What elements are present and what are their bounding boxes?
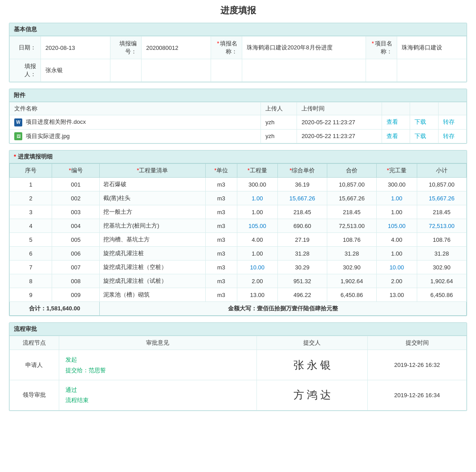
approval-actions: 通过流程结束 bbox=[59, 380, 256, 410]
date-label: 日期： bbox=[10, 37, 41, 59]
cell-completed: 1.00 bbox=[377, 247, 417, 260]
cell-name: 岩石爆破 bbox=[99, 178, 205, 191]
cell-name: 挖一般土方 bbox=[99, 205, 205, 219]
cell-code: 004 bbox=[52, 219, 100, 233]
cell-completed: 10.00 bbox=[377, 260, 417, 274]
approval-col-submitter: 提交人 bbox=[256, 336, 368, 350]
approval-action-link[interactable]: 发起 bbox=[65, 354, 250, 365]
cell-unitPrice: 30.29 bbox=[277, 260, 327, 274]
cell-seq: 4 bbox=[10, 219, 52, 233]
attachments-header: 附件 bbox=[9, 89, 467, 102]
attach-save-2[interactable]: 转存 bbox=[443, 133, 455, 139]
cell-subtotal: 302.90 bbox=[417, 260, 466, 274]
cell-seq: 9 bbox=[10, 288, 52, 302]
approval-actions: 发起提交给：范思誓 bbox=[59, 350, 256, 380]
cell-completed: 105.00 bbox=[377, 219, 417, 233]
cell-seq: 3 bbox=[10, 205, 52, 219]
attach-file-1: W 项目进度相关附件.docx bbox=[10, 115, 261, 130]
cell-qty: 10.00 bbox=[237, 260, 277, 274]
approval-action-link[interactable]: 通过 bbox=[65, 385, 250, 395]
cell-qty: 4.00 bbox=[237, 233, 277, 247]
approval-node: 申请人 bbox=[10, 350, 59, 380]
approval-action-link[interactable]: 流程结束 bbox=[65, 395, 250, 405]
image-icon: 🖼 bbox=[14, 132, 22, 140]
cell-completed: 13.00 bbox=[377, 288, 417, 302]
attach-col-view bbox=[382, 102, 410, 115]
cell-code: 008 bbox=[52, 274, 100, 288]
approval-row: 申请人发起提交给：范思誓张 永 银2019-12-26 16:32 bbox=[10, 350, 467, 380]
attach-row-1: W 项目进度相关附件.docx yzh 2020-05-22 11:23:27 … bbox=[10, 115, 467, 130]
approval-section: 流程审批 流程节点 审批意见 提交人 提交时间 申请人发起提交给：范思誓张 永 … bbox=[9, 322, 467, 411]
col-unit: *单位 bbox=[205, 164, 237, 178]
attach-download-1[interactable]: 下载 bbox=[415, 118, 426, 125]
cell-total: 10,857.00 bbox=[327, 178, 376, 191]
basic-info-table: 日期： 2020-08-13 填报编号： 2020080012 *填报名称： 珠… bbox=[9, 36, 467, 82]
cell-seq: 1 bbox=[10, 178, 52, 191]
attach-download-2[interactable]: 下载 bbox=[415, 133, 426, 139]
cell-code: 003 bbox=[52, 205, 100, 219]
cell-code: 006 bbox=[52, 247, 100, 260]
attach-col-time: 上传时间 bbox=[297, 102, 382, 115]
approval-action-link[interactable]: 提交给：范思誓 bbox=[65, 365, 250, 375]
sum-label: 合计：1,581,640.00 bbox=[10, 302, 100, 316]
attach-view-2[interactable]: 查看 bbox=[386, 133, 398, 139]
cell-unitPrice: 15,667.26 bbox=[277, 191, 327, 205]
amount-value: 壹佰伍拾捌万壹仟陆佰肆拾元整 bbox=[257, 305, 338, 312]
attachments-section: 附件 文件名称 上传人 上传时间 W 项目进度相关附件.docx yzh 202… bbox=[9, 89, 467, 144]
col-code: *编号 bbox=[52, 164, 100, 178]
cell-unitPrice: 496.22 bbox=[277, 288, 327, 302]
cell-unit: m3 bbox=[205, 219, 237, 233]
cell-qty: 1.00 bbox=[237, 191, 277, 205]
detail-wrapper: 序号 *编号 *工程量清单 *单位 *工程量 *综合单价 合价 *完工量 小计 … bbox=[9, 163, 467, 316]
report-no-label: 填报编号： bbox=[110, 37, 142, 59]
approval-signature: 张 永 银 bbox=[256, 350, 368, 380]
cell-seq: 8 bbox=[10, 274, 52, 288]
cell-seq: 5 bbox=[10, 233, 52, 247]
approval-time: 2019-12-26 16:32 bbox=[368, 350, 467, 380]
table-row: 1001岩石爆破m3300.0036.1910,857.00300.0010,8… bbox=[10, 178, 467, 191]
cell-subtotal: 108.76 bbox=[417, 233, 466, 247]
cell-unitPrice: 951.32 bbox=[277, 274, 327, 288]
col-total: 合价 bbox=[327, 164, 376, 178]
cell-name: 挖沟槽、基坑土方 bbox=[99, 233, 205, 247]
approval-col-node: 流程节点 bbox=[10, 336, 59, 350]
cell-qty: 1.00 bbox=[237, 205, 277, 219]
approval-col-opinion: 审批意见 bbox=[59, 336, 256, 350]
attach-time-2: 2020-05-22 11:23:27 bbox=[297, 129, 382, 143]
cell-completed: 2.00 bbox=[377, 274, 417, 288]
detail-scrollable[interactable]: 序号 *编号 *工程量清单 *单位 *工程量 *综合单价 合价 *完工量 小计 … bbox=[9, 163, 467, 316]
cell-unit: m3 bbox=[205, 260, 237, 274]
cell-code: 007 bbox=[52, 260, 100, 274]
approval-header: 流程审批 bbox=[9, 323, 467, 336]
attach-view-1[interactable]: 查看 bbox=[386, 118, 398, 125]
approval-node: 领导审批 bbox=[10, 380, 59, 410]
cell-unitPrice: 690.60 bbox=[277, 219, 327, 233]
cell-code: 005 bbox=[52, 233, 100, 247]
approval-col-time: 提交时间 bbox=[368, 336, 467, 350]
cell-unit: m3 bbox=[205, 274, 237, 288]
cell-completed: 1.00 bbox=[377, 191, 417, 205]
cell-unitPrice: 27.19 bbox=[277, 233, 327, 247]
cell-unitPrice: 31.28 bbox=[277, 247, 327, 260]
attach-row-2: 🖼 项目实际进度.jpg yzh 2020-05-22 11:23:27 查看 … bbox=[10, 129, 467, 143]
attach-col-name: 文件名称 bbox=[10, 102, 261, 115]
col-name: *工程量清单 bbox=[99, 164, 205, 178]
cell-unit: m3 bbox=[205, 233, 237, 247]
cell-subtotal: 15,667.26 bbox=[417, 191, 466, 205]
table-row: 6006旋挖成孔灌注桩m31.0031.2831.281.0031.28 bbox=[10, 247, 467, 260]
cell-subtotal: 1,902.64 bbox=[417, 274, 466, 288]
cell-qty: 2.00 bbox=[237, 274, 277, 288]
date-value: 2020-08-13 bbox=[41, 37, 110, 59]
cell-name: 泥浆池（槽）砌筑 bbox=[99, 288, 205, 302]
cell-subtotal: 218.45 bbox=[417, 205, 466, 219]
attach-uploader-1: yzh bbox=[261, 115, 297, 130]
attach-time-1: 2020-05-22 11:23:27 bbox=[297, 115, 382, 130]
table-row: 3003挖一般土方m31.00218.45218.451.00218.45 bbox=[10, 205, 467, 219]
table-row: 4004挖基坑土方(桩间土方)m3105.00690.6072,513.0010… bbox=[10, 219, 467, 233]
cell-unit: m3 bbox=[205, 191, 237, 205]
attachments-table: 文件名称 上传人 上传时间 W 项目进度相关附件.docx yzh 2020-0… bbox=[9, 102, 467, 143]
cell-subtotal: 31.28 bbox=[417, 247, 466, 260]
submitter-label: 填报人： bbox=[10, 59, 41, 82]
submitter-value: 张永银 bbox=[41, 59, 110, 82]
attach-save-1[interactable]: 转存 bbox=[443, 118, 455, 125]
